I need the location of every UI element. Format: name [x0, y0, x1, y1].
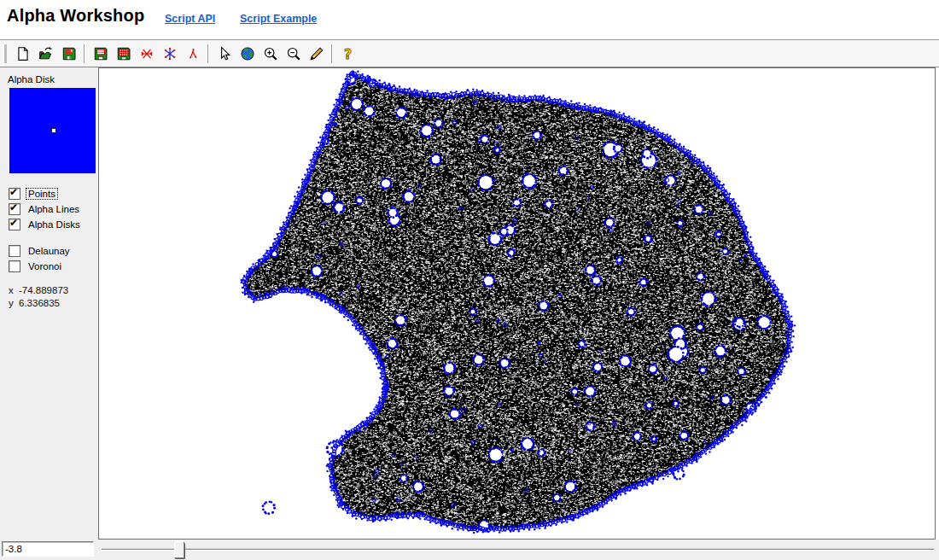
x-value: -74.889873: [19, 285, 68, 295]
toolbar-separator: [331, 44, 333, 63]
check-mark-icon: ✔: [9, 186, 18, 198]
header: Alpha Workshop Script API Script Example: [0, 0, 939, 39]
points-checkbox[interactable]: ✔: [9, 188, 20, 200]
cursor-y-readout: y6.336835: [9, 297, 68, 310]
checkbox-label: Points: [26, 189, 57, 199]
save-alpha-disks-icon: [116, 46, 131, 61]
help-icon: ?: [341, 46, 356, 61]
alpha-disk-preview-label: Alpha Disk: [8, 74, 55, 85]
save-alpha-disks-button[interactable]: [113, 43, 134, 64]
checkbox-row-alpha-lines: ✔Alpha Lines: [9, 201, 82, 217]
checkbox-row-points: ✔Points: [9, 186, 82, 201]
globe-icon: [240, 46, 255, 61]
overlay-checkbox-group: DelaunayVoronoi: [9, 243, 72, 274]
toolbar: ?: [0, 39, 939, 67]
voronoi-checkbox[interactable]: [9, 260, 20, 272]
cursor-button[interactable]: [213, 43, 235, 64]
y-label: y: [9, 297, 19, 310]
alpha-lines-checkbox[interactable]: ✔: [9, 203, 20, 215]
save-alpha-lines-icon: [93, 46, 108, 61]
open-folder-button[interactable]: [35, 43, 56, 64]
alpha-disk-center-point: [51, 128, 56, 133]
checkbox-label: Alpha Disks: [26, 219, 82, 230]
checkbox-label: Voronoi: [26, 261, 63, 271]
save-icon: [61, 46, 77, 61]
alpha-disks-checkbox[interactable]: ✔: [9, 219, 20, 230]
svg-text:?: ?: [343, 46, 351, 61]
voronoi-branch-icon: [185, 46, 201, 61]
help-button[interactable]: ?: [337, 43, 359, 64]
cursor-x-readout: x-74.889873: [9, 284, 68, 297]
y-value: 6.336835: [19, 298, 60, 308]
check-mark-icon: ✔: [9, 217, 18, 229]
x-label: x: [9, 284, 19, 297]
cursor-icon: [217, 46, 232, 61]
checkbox-row-delaunay: Delaunay: [9, 243, 72, 259]
toolbar-separator: [207, 44, 209, 63]
sidebar: Alpha Disk ✔Points✔Alpha Lines✔Alpha Dis…: [0, 67, 98, 540]
checkbox-label: Delaunay: [26, 246, 72, 256]
delaunay-star-button[interactable]: [159, 43, 180, 64]
checkbox-row-alpha-disks: ✔Alpha Disks: [9, 217, 82, 232]
alpha-workshop-app: Alpha Workshop Script API Script Example…: [0, 0, 939, 560]
layer-checkbox-group: ✔Points✔Alpha Lines✔Alpha Disks: [9, 186, 82, 232]
alpha-slider[interactable]: [102, 540, 934, 560]
save-button[interactable]: [58, 43, 79, 64]
zoom-in-icon: [263, 46, 278, 61]
pen-button[interactable]: [306, 43, 327, 64]
alpha-lines-button[interactable]: [136, 43, 157, 64]
save-alpha-lines-button[interactable]: [90, 43, 111, 64]
alpha-lines-icon: [139, 46, 155, 61]
viewport: [98, 67, 936, 540]
globe-button[interactable]: [236, 43, 258, 64]
new-document-icon: [15, 46, 31, 61]
alpha-shape-canvas[interactable]: [99, 68, 935, 539]
zoom-out-button[interactable]: [283, 43, 304, 64]
page-title: Alpha Workshop: [7, 6, 144, 26]
checkbox-label: Alpha Lines: [26, 204, 81, 214]
zoom-out-icon: [286, 46, 301, 61]
checkbox-row-voronoi: Voronoi: [9, 259, 72, 274]
bottombar: [0, 540, 939, 560]
delaunay-star-icon: [162, 46, 178, 61]
alpha-disk-preview: [9, 88, 96, 173]
zoom-in-button[interactable]: [260, 43, 281, 64]
check-mark-icon: ✔: [9, 201, 18, 213]
new-document-button[interactable]: [12, 43, 33, 64]
toolbar-separator: [84, 44, 85, 63]
delaunay-checkbox[interactable]: [9, 245, 20, 257]
slider-thumb[interactable]: [174, 541, 184, 558]
voronoi-branch-button[interactable]: [182, 43, 203, 64]
slider-groove[interactable]: [102, 548, 934, 551]
alpha-value-input[interactable]: [2, 541, 94, 557]
script-example-link[interactable]: Script Example: [240, 13, 317, 25]
script-api-link[interactable]: Script API: [165, 13, 215, 25]
open-folder-icon: [38, 46, 54, 61]
cursor-coordinates: x-74.889873 y6.336835: [9, 284, 68, 310]
toolbar-gripper[interactable]: [3, 44, 7, 63]
pen-icon: [309, 46, 324, 61]
